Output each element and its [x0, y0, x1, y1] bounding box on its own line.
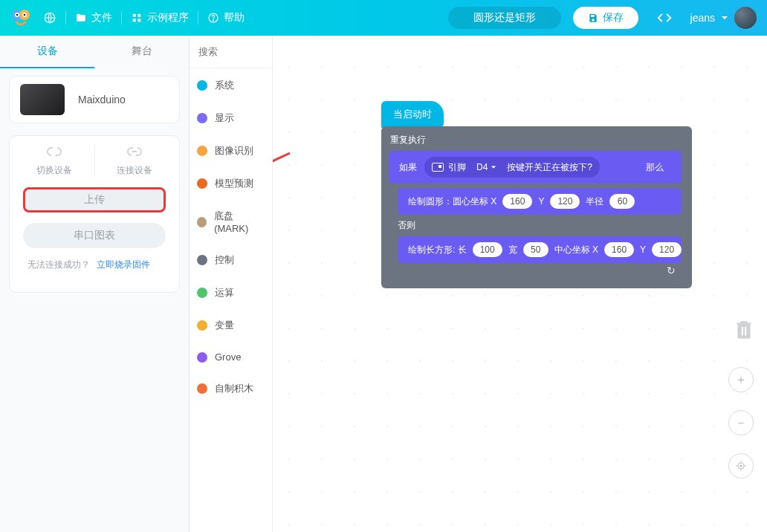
switch-icon [45, 145, 64, 160]
plus-icon: ＋ [735, 372, 747, 388]
svg-point-5 [24, 14, 26, 16]
category-item[interactable]: 运算 [197, 286, 265, 299]
category-item[interactable]: 控制 [197, 253, 265, 267]
switch-device-button[interactable]: 切换设备 [14, 145, 94, 177]
block-stack[interactable]: 当启动时 重复执行 如果 引脚 D4 按键开关正在被按下? 那么 [381, 101, 692, 288]
chevron-down-icon [491, 164, 496, 170]
category-label: 运算 [215, 286, 234, 299]
circle-y[interactable]: 120 [550, 194, 580, 209]
annotation-arrow [273, 146, 305, 227]
tab-stage[interactable]: 舞台 [94, 36, 189, 68]
device-card[interactable]: Maixduino [9, 76, 180, 123]
sidebar: 设备 舞台 Maixduino 切换设备 连接设备 [0, 36, 190, 532]
hint-text: 无法连接成功？ [27, 259, 90, 270]
category-palette: 系统显示图像识别模型预测底盘(MARK)控制运算变量Grove自制积木 [190, 36, 273, 532]
category-dot [197, 113, 207, 123]
condition-pressed[interactable]: 引脚 D4 按键开关正在被按下? [424, 157, 600, 178]
draw-circle-label: 绘制圆形：圆心坐标 X [408, 195, 496, 208]
username: jeans [690, 12, 715, 24]
zoom-in-button[interactable]: ＋ [728, 367, 754, 392]
circle-x[interactable]: 160 [502, 194, 532, 209]
if-label: 如果 [399, 161, 417, 174]
cy-label: Y [538, 196, 544, 207]
trash-icon [734, 318, 754, 340]
save-button[interactable]: 保存 [573, 7, 638, 29]
svg-point-4 [16, 14, 19, 16]
category-label: 变量 [215, 319, 234, 332]
code-icon[interactable] [656, 10, 673, 26]
save-label: 保存 [603, 11, 624, 25]
menu-help-label: 帮助 [224, 11, 245, 25]
menu-examples-label: 示例程序 [147, 11, 189, 25]
trash-button[interactable] [734, 318, 754, 340]
category-dot [197, 217, 207, 227]
search-row [190, 36, 272, 68]
avatar [734, 7, 757, 29]
target-icon [735, 460, 747, 472]
category-dot [197, 146, 207, 156]
ry-label: Y [640, 244, 646, 255]
draw-rect-label: 绘制长方形: 长 [408, 244, 467, 256]
category-dot [197, 320, 207, 331]
pin-value: D4 [476, 162, 488, 172]
category-item[interactable]: Grove [197, 351, 265, 363]
menu-help[interactable]: 帮助 [207, 11, 245, 25]
user-menu[interactable]: jeans [690, 7, 757, 29]
else-label: 否则 [389, 216, 682, 236]
rect-h[interactable]: 50 [523, 242, 548, 257]
block-start[interactable]: 当启动时 [381, 101, 444, 128]
category-label: 图像识别 [215, 144, 253, 158]
burn-firmware-link[interactable]: 立即烧录固件 [97, 259, 150, 270]
zoom-out-button[interactable]: － [728, 410, 754, 435]
pin-dropdown[interactable]: D4 [470, 160, 502, 175]
category-item[interactable]: 底盘(MARK) [197, 210, 265, 234]
category-dot [197, 288, 207, 298]
category-label: Grove [215, 351, 241, 363]
switch-device-label: 切换设备 [36, 164, 72, 177]
connect-device-button[interactable]: 连接设备 [95, 145, 175, 177]
category-label: 模型预测 [215, 177, 253, 190]
rect-w[interactable]: 100 [473, 242, 502, 257]
circle-r[interactable]: 60 [609, 194, 635, 209]
rh-label: 宽 [508, 244, 517, 256]
block-draw-rect[interactable]: 绘制长方形: 长 100 宽 50 中心坐标 X 160 Y 120 [398, 236, 682, 263]
category-item[interactable]: 图像识别 [197, 144, 265, 158]
device-thumb [20, 84, 65, 115]
block-draw-circle[interactable]: 绘制圆形：圆心坐标 X 160 Y 120 半径 60 [398, 188, 682, 215]
loop-icon: ↻ [389, 265, 682, 276]
project-name[interactable]: 圆形还是矩形 [448, 7, 561, 29]
category-item[interactable]: 自制积木 [197, 382, 265, 395]
category-dot [197, 383, 207, 394]
then-label: 那么 [646, 161, 671, 174]
category-dot [197, 178, 207, 189]
logo-icon [10, 7, 31, 28]
globe-icon[interactable] [43, 11, 56, 25]
rect-y[interactable]: 120 [652, 242, 682, 257]
pin-label: 引脚 [448, 161, 466, 174]
menu-file-label: 文件 [91, 11, 112, 25]
block-if[interactable]: 如果 引脚 D4 按键开关正在被按下? 那么 [389, 151, 682, 184]
tab-device[interactable]: 设备 [0, 36, 94, 68]
top-bar: 文件 示例程序 帮助 圆形还是矩形 保存 jeans [0, 0, 767, 36]
menu-examples[interactable]: 示例程序 [131, 11, 189, 25]
svg-line-10 [273, 153, 290, 208]
category-item[interactable]: 变量 [197, 319, 265, 332]
recenter-button[interactable] [728, 453, 754, 479]
serial-chart-button[interactable]: 串口图表 [23, 223, 166, 248]
category-dot [197, 255, 207, 265]
block-canvas[interactable]: 当启动时 重复执行 如果 引脚 D4 按键开关正在被按下? 那么 [273, 36, 767, 532]
category-label: 显示 [215, 111, 234, 125]
category-dot [197, 352, 207, 363]
block-repeat[interactable]: 重复执行 如果 引脚 D4 按键开关正在被按下? 那么 绘 [381, 126, 692, 288]
repeat-label: 重复执行 [389, 131, 682, 151]
category-label: 自制积木 [215, 382, 253, 395]
upload-button[interactable]: 上传 [23, 187, 166, 213]
radius-label: 半径 [586, 195, 603, 208]
category-label: 控制 [215, 253, 234, 267]
category-item[interactable]: 模型预测 [197, 177, 265, 190]
category-item[interactable]: 系统 [197, 79, 265, 92]
menu-file[interactable]: 文件 [75, 11, 112, 25]
rect-x[interactable]: 160 [604, 242, 634, 257]
pin-icon [432, 163, 444, 172]
category-item[interactable]: 显示 [197, 111, 265, 125]
